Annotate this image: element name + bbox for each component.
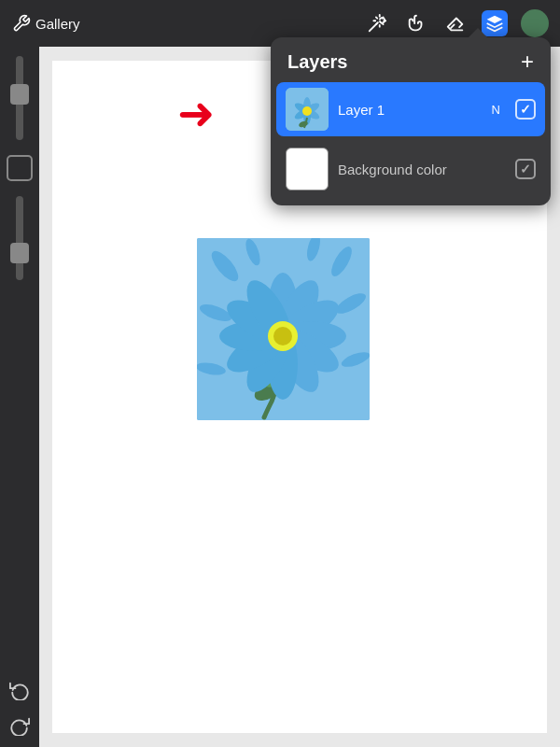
flower-image xyxy=(197,238,370,420)
svg-point-26 xyxy=(273,327,292,345)
brush-size-slider[interactable] xyxy=(16,56,23,140)
layer-1-row[interactable]: Layer 1 N xyxy=(276,82,545,136)
panel-caret xyxy=(469,28,487,37)
brush-size-thumb[interactable] xyxy=(10,84,29,105)
opacity-thumb[interactable] xyxy=(10,243,29,263)
background-color-checkbox[interactable] xyxy=(515,159,536,179)
layer-1-visibility-checkbox[interactable] xyxy=(515,99,536,120)
magic-wand-icon[interactable] xyxy=(364,10,390,36)
selection-tool-button[interactable] xyxy=(7,155,33,181)
add-layer-button[interactable]: + xyxy=(521,50,534,73)
left-sidebar xyxy=(0,47,39,747)
layer-1-thumbnail xyxy=(286,88,329,131)
gallery-label: Gallery xyxy=(35,16,80,32)
svg-point-34 xyxy=(302,106,312,116)
layer-1-blend-mode[interactable]: N xyxy=(492,103,500,117)
user-avatar[interactable] xyxy=(521,9,549,37)
layers-title: Layers xyxy=(287,51,348,73)
background-color-swatch[interactable] xyxy=(286,148,329,190)
gesture-icon[interactable] xyxy=(403,10,429,36)
flower-background xyxy=(197,238,370,420)
redo-button[interactable] xyxy=(7,713,32,738)
gallery-button[interactable]: Gallery xyxy=(11,13,80,34)
layer-1-name: Layer 1 xyxy=(338,102,483,118)
opacity-slider[interactable] xyxy=(16,196,23,280)
red-arrow-indicator: ➜ xyxy=(177,92,215,136)
undo-button[interactable] xyxy=(7,678,32,702)
wrench-icon xyxy=(11,13,32,34)
background-color-label: Background color xyxy=(338,162,506,177)
layers-panel: Layers + Layer 1 N Background c xyxy=(271,37,551,205)
eraser-icon[interactable] xyxy=(442,10,469,36)
svg-marker-1 xyxy=(487,16,503,23)
svg-line-0 xyxy=(370,22,378,31)
background-color-row[interactable]: Background color xyxy=(276,140,545,198)
layers-header: Layers + xyxy=(271,37,551,82)
toolbar-right-icons xyxy=(364,9,549,37)
